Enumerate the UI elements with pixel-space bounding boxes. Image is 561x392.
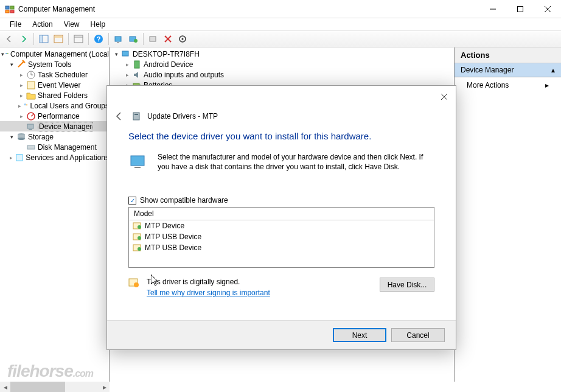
dialog-headline: Select the device driver you want to ins… [128, 131, 434, 141]
model-item[interactable]: MTP USB Device [129, 231, 434, 242]
disable-button[interactable] [161, 32, 175, 46]
scroll-thumb[interactable] [10, 382, 65, 392]
audio-icon [132, 70, 142, 80]
chevron-right-icon[interactable]: ▸ [18, 102, 22, 109]
signed-row: This driver is digitally signed. Tell me… [128, 278, 434, 297]
chevron-right-icon[interactable]: ▸ [18, 113, 25, 119]
svg-point-54 [138, 225, 141, 229]
model-header: Model [129, 208, 434, 220]
svg-rect-10 [40, 36, 42, 42]
minimize-button[interactable] [479, 0, 506, 18]
scan-changes-button[interactable] [176, 32, 189, 46]
back-button[interactable] [2, 32, 16, 46]
menu-file[interactable]: File [5, 19, 26, 30]
update-driver-button[interactable] [127, 32, 140, 46]
toolbar-separator [68, 33, 69, 45]
tree-shared-folders[interactable]: ▸ Shared Folders [0, 90, 109, 100]
chevron-right-icon[interactable]: ▸ [124, 71, 131, 78]
watermark-main: filehorse [7, 362, 73, 380]
svg-rect-42 [16, 154, 23, 160]
tree-local-users[interactable]: ▸ Local Users and Groups [0, 100, 109, 111]
chevron-right-icon[interactable]: ▸ [18, 92, 25, 99]
chevron-down-icon[interactable]: ▾ [113, 51, 120, 57]
show-hide-tree-button[interactable] [37, 32, 51, 46]
chevron-down-icon[interactable]: ▾ [1, 51, 4, 57]
export-button[interactable] [72, 32, 85, 46]
actions-pane: Actions Device Manager ▴ More Actions ▸ [455, 47, 561, 382]
chevron-down-icon[interactable]: ▾ [9, 133, 15, 140]
scroll-track[interactable] [10, 382, 99, 392]
svg-point-20 [134, 39, 138, 43]
left-tree-pane: ▾ Computer Management (Local ▾ System To… [0, 47, 110, 382]
properties-button[interactable] [52, 32, 65, 46]
tree-task-scheduler[interactable]: ▸ Task Scheduler [0, 69, 109, 80]
actions-section[interactable]: Device Manager ▴ [455, 63, 561, 77]
tree-label: Task Scheduler [38, 71, 88, 79]
chevron-down-icon[interactable]: ▾ [9, 61, 15, 68]
show-compatible-checkbox[interactable]: ✓ [128, 197, 136, 205]
dialog-back-button[interactable] [113, 110, 125, 122]
device-label: Audio inputs and outputs [144, 71, 224, 79]
tree-label: Performance [38, 112, 80, 121]
menubar: File Action View Help [0, 18, 561, 30]
storage-icon [16, 132, 26, 142]
svg-rect-13 [74, 35, 83, 43]
next-button[interactable]: Next [333, 328, 386, 342]
svg-point-60 [134, 282, 139, 287]
svg-rect-36 [27, 124, 33, 128]
dialog-body: Select the device driver you want to ins… [107, 131, 456, 297]
chevron-right-icon[interactable]: ▸ [9, 154, 14, 161]
menu-help[interactable]: Help [86, 19, 111, 30]
model-item[interactable]: MTP USB Device [129, 242, 434, 253]
tree-label: System Tools [28, 60, 71, 69]
device-signed-icon [133, 233, 142, 241]
scroll-left-button[interactable]: ◂ [0, 382, 10, 392]
uninstall-button[interactable] [147, 32, 160, 46]
tree-label: Services and Applications [26, 153, 109, 162]
scan-button[interactable] [112, 32, 125, 46]
event-icon [26, 80, 36, 90]
chevron-right-icon[interactable]: ▸ [18, 82, 25, 88]
update-drivers-dialog: Update Drivers - MTP Select the device d… [106, 85, 456, 350]
device-audio[interactable]: ▸ Audio inputs and outputs [110, 69, 454, 80]
actions-more[interactable]: More Actions ▸ [455, 77, 561, 93]
services-icon [15, 153, 24, 163]
tree-event-viewer[interactable]: ▸ Event Viewer [0, 80, 109, 90]
scroll-right-button[interactable]: ▸ [99, 382, 110, 392]
tree-storage[interactable]: ▾ Storage [0, 131, 109, 142]
tree-disk-management[interactable]: Disk Management [0, 142, 109, 152]
tree-performance[interactable]: ▸ Performance [0, 111, 109, 121]
tree-root[interactable]: ▾ Computer Management (Local [0, 49, 109, 59]
chevron-right-icon[interactable]: ▸ [18, 71, 25, 78]
menu-view[interactable]: View [59, 19, 85, 30]
show-compatible-row[interactable]: ✓ Show compatible hardware [128, 196, 434, 205]
menu-action[interactable]: Action [27, 19, 57, 30]
chevron-right-icon[interactable]: ▸ [124, 61, 131, 68]
forward-button[interactable] [17, 32, 30, 46]
help-button[interactable]: ? [92, 32, 105, 46]
tree-label: Event Viewer [38, 81, 80, 89]
actions-section-label: Device Manager [461, 66, 514, 74]
horizontal-scrollbar[interactable]: ◂ ▸ [0, 382, 110, 392]
close-button[interactable] [534, 0, 561, 18]
cancel-button[interactable]: Cancel [391, 328, 445, 342]
tree-spacer [18, 144, 25, 150]
tree-device-manager[interactable]: Device Manager [0, 121, 109, 131]
device-computer[interactable]: ▾ DESKTOP-TR7I8FH [110, 49, 454, 59]
signing-link[interactable]: Tell me why driver signing is important [147, 289, 270, 297]
tree-system-tools[interactable]: ▾ System Tools [0, 59, 109, 69]
dialog-close-button[interactable] [439, 91, 450, 102]
maximize-button[interactable] [506, 0, 534, 18]
model-item[interactable]: MTP Device [129, 220, 434, 231]
svg-point-40 [18, 138, 25, 140]
chevron-right-icon: ▸ [545, 81, 549, 89]
tree-label: Device Manager [38, 122, 93, 131]
device-android[interactable]: ▸ Android Device [110, 59, 454, 69]
svg-rect-1 [10, 6, 14, 9]
have-disk-button[interactable]: Have Disk... [380, 278, 434, 292]
svg-rect-49 [133, 113, 139, 120]
svg-rect-2 [5, 10, 9, 13]
tree-services-apps[interactable]: ▸ Services and Applications [0, 152, 109, 163]
svg-point-58 [138, 247, 141, 251]
device-signed-icon [133, 222, 142, 230]
